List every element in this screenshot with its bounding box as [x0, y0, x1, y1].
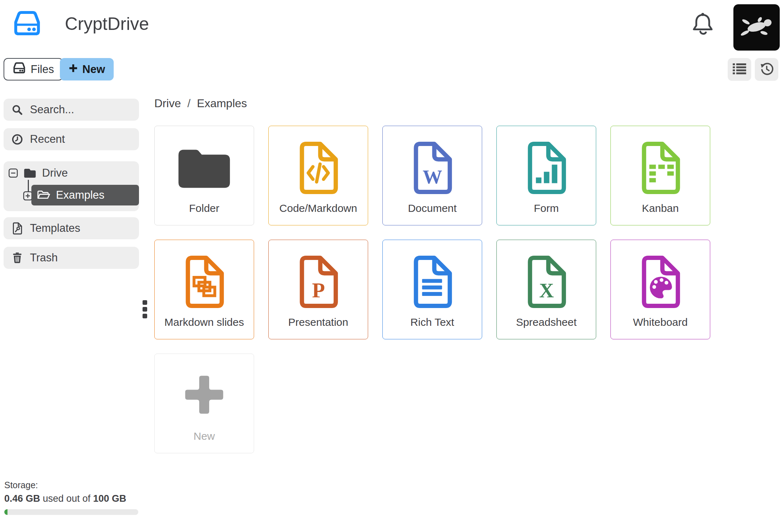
plus-icon — [68, 63, 78, 76]
folder-icon — [24, 168, 36, 178]
file-grid: FolderCode/MarkdownWDocumentFormKanbanMa… — [154, 126, 710, 453]
svg-text:P: P — [312, 278, 325, 302]
card-slides[interactable]: Markdown slides — [154, 240, 254, 339]
form-icon — [524, 139, 569, 197]
new-button-label: New — [82, 63, 105, 76]
kanban-icon — [638, 139, 683, 197]
document-icon: W — [410, 139, 455, 197]
drive-tree: Drive Examples — [4, 161, 139, 211]
folder-icon — [177, 139, 231, 197]
slides-icon — [182, 253, 227, 311]
sheet-icon: X — [524, 253, 569, 311]
collapse-minus-icon[interactable] — [9, 168, 18, 178]
tree-item-drive[interactable]: Drive — [4, 164, 139, 182]
whiteboard-icon — [638, 253, 683, 311]
trash-label: Trash — [30, 251, 58, 264]
card-presentation[interactable]: PPresentation — [268, 240, 368, 339]
search-input[interactable] — [30, 103, 130, 116]
card-kanban[interactable]: Kanban — [610, 126, 710, 225]
breadcrumb-drive[interactable]: Drive — [154, 97, 181, 110]
card-label: Spreadsheet — [516, 316, 577, 328]
card-label: New — [194, 430, 215, 442]
sidebar-item-trash[interactable]: Trash — [4, 247, 139, 269]
storage-usage-text: 0.46 GB used out of 100 GB — [4, 493, 140, 504]
storage-progress-fill — [4, 509, 7, 515]
breadcrumb-separator: / — [187, 97, 191, 110]
presentation-icon: P — [296, 253, 341, 311]
files-button[interactable]: Files — [4, 58, 63, 80]
card-sheet[interactable]: XSpreadsheet — [496, 240, 596, 339]
tree-item-examples[interactable]: Examples — [31, 185, 139, 205]
notifications-bell-icon[interactable] — [692, 12, 713, 38]
cryptdrive-logo-icon — [13, 10, 41, 38]
card-whiteboard[interactable]: Whiteboard — [610, 240, 710, 339]
card-label: Folder — [189, 202, 219, 214]
richtext-icon — [410, 253, 455, 311]
drive-icon — [13, 62, 26, 77]
card-label: Document — [408, 202, 457, 214]
card-code[interactable]: Code/Markdown — [268, 126, 368, 225]
trash-icon — [11, 252, 24, 264]
history-button[interactable] — [755, 58, 778, 81]
svg-text:X: X — [539, 279, 554, 301]
card-label: Form — [534, 202, 559, 214]
folder-open-icon — [37, 190, 51, 200]
list-view-button[interactable] — [728, 58, 751, 81]
examples-label: Examples — [56, 189, 104, 202]
new-button[interactable]: New — [60, 58, 114, 80]
card-label: Code/Markdown — [279, 202, 357, 214]
card-label: Presentation — [288, 316, 348, 328]
avatar[interactable] — [733, 4, 780, 51]
card-document[interactable]: WDocument — [382, 126, 482, 225]
sidebar-resize-handle[interactable] — [143, 300, 147, 318]
storage-heading: Storage: — [4, 480, 140, 490]
card-label: Whiteboard — [633, 316, 687, 328]
breadcrumb: Drive/Examples — [154, 97, 247, 110]
search-box[interactable] — [4, 99, 139, 121]
drive-label: Drive — [42, 167, 68, 179]
tree-connector — [28, 180, 29, 192]
templates-label: Templates — [30, 222, 80, 235]
sidebar-item-templates[interactable]: Templates — [4, 217, 139, 239]
sidebar: Recent Drive Examples Templates Trash — [4, 99, 139, 269]
card-label: Rich Text — [411, 316, 454, 328]
card-folder[interactable]: Folder — [154, 126, 254, 225]
breadcrumb-examples: Examples — [197, 97, 247, 110]
search-icon — [11, 104, 24, 115]
card-label: Markdown slides — [164, 316, 244, 328]
template-file-icon — [11, 222, 24, 235]
storage-total: 100 GB — [93, 493, 126, 504]
view-controls — [728, 58, 778, 81]
card-form[interactable]: Form — [496, 126, 596, 225]
sidebar-item-recent[interactable]: Recent — [4, 128, 139, 150]
history-icon — [760, 62, 773, 77]
storage-used: 0.46 GB — [4, 493, 40, 504]
card-new[interactable]: New — [154, 354, 254, 453]
new-icon — [181, 367, 228, 424]
files-button-label: Files — [31, 63, 54, 76]
list-view-icon — [733, 63, 746, 75]
app-title: CryptDrive — [65, 14, 149, 34]
storage-infix: used out of — [40, 493, 93, 504]
card-richtext[interactable]: Rich Text — [382, 240, 482, 339]
storage-info: Storage: 0.46 GB used out of 100 GB — [4, 480, 140, 515]
card-label: Kanban — [642, 202, 679, 214]
clock-icon — [11, 134, 24, 145]
svg-text:W: W — [423, 166, 442, 187]
storage-progress-bar — [4, 509, 138, 515]
code-icon — [296, 139, 341, 197]
recent-label: Recent — [30, 133, 65, 146]
